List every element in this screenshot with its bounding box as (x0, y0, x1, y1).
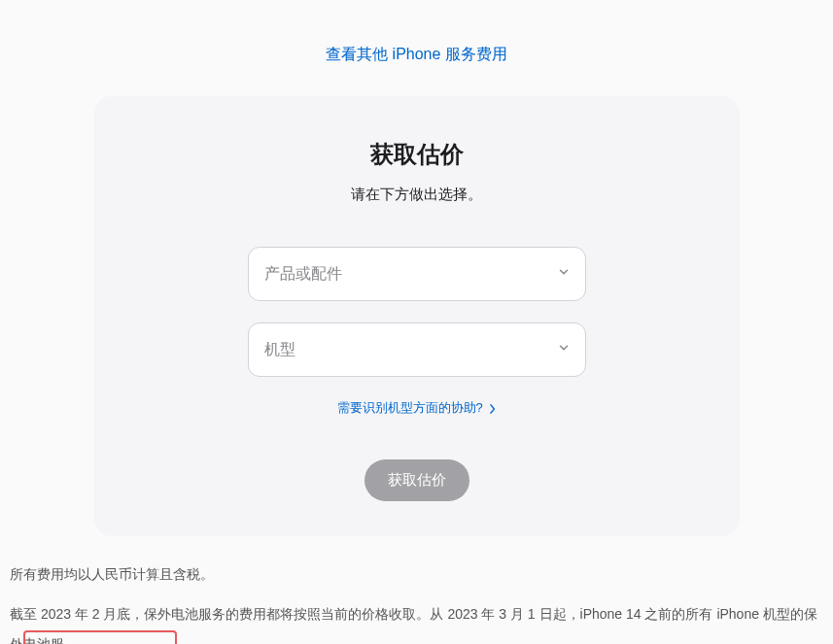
get-estimate-button[interactable]: 获取估价 (364, 459, 469, 501)
product-select[interactable]: 产品或配件 (248, 247, 586, 301)
footer-price-change-note: 截至 2023 年 2 月底，保外电池服务的费用都将按照当前的价格收取。从 20… (10, 599, 823, 644)
model-select-placeholder: 机型 (264, 340, 295, 360)
card-title: 获取估价 (94, 139, 740, 170)
other-iphone-fees-link[interactable]: 查看其他 iPhone 服务费用 (326, 46, 507, 62)
footer-line2-part1: 截至 2023 年 2 月底，保外电池服务的费用都将按照当前的价格收取。从 20… (10, 606, 817, 644)
model-select-wrap: 机型 (248, 322, 586, 377)
estimate-card: 获取估价 请在下方做出选择。 产品或配件 机型 需要识别机型方面的协助? (94, 96, 740, 536)
product-select-placeholder: 产品或配件 (264, 264, 342, 285)
help-link-text: 需要识别机型方面的协助? (337, 400, 483, 415)
card-subtitle: 请在下方做出选择。 (94, 186, 740, 204)
product-select-wrap: 产品或配件 (248, 247, 586, 301)
top-service-link: 查看其他 iPhone 服务费用 (10, 0, 823, 96)
model-select[interactable]: 机型 (248, 322, 586, 377)
footer-tax-note: 所有费用均以人民币计算且含税。 (10, 536, 823, 590)
identify-model-help-link[interactable]: 需要识别机型方面的协助? (337, 400, 497, 415)
help-link-wrap: 需要识别机型方面的协助? (94, 398, 740, 417)
